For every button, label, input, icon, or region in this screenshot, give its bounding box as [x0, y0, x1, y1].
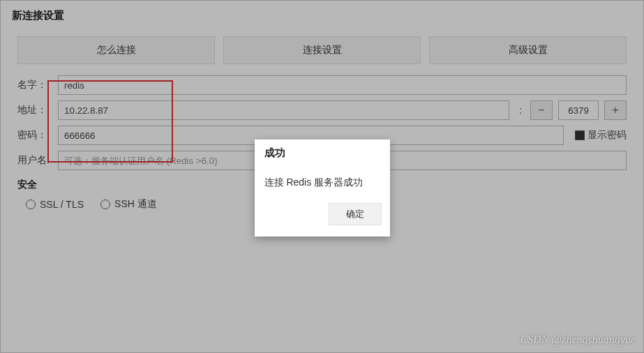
modal-overlay: 成功 连接 Redis 服务器成功 确定 CSDN @zhengshuangyu…: [0, 0, 644, 353]
watermark: CSDN @zhengshuangyue: [521, 333, 636, 346]
ok-button[interactable]: 确定: [329, 203, 382, 225]
modal-message: 连接 Redis 服务器成功: [255, 164, 390, 199]
success-modal: 成功 连接 Redis 服务器成功 确定: [255, 140, 390, 236]
modal-title: 成功: [255, 140, 390, 164]
